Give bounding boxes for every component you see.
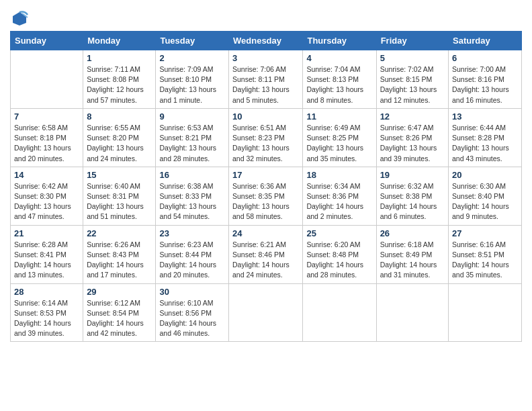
calendar-cell: 12Sunrise: 6:47 AM Sunset: 8:26 PM Dayli… <box>376 108 448 167</box>
calendar-cell: 4Sunrise: 7:04 AM Sunset: 8:13 PM Daylig… <box>303 50 376 109</box>
calendar-cell: 13Sunrise: 6:44 AM Sunset: 8:28 PM Dayli… <box>449 108 522 167</box>
day-number: 15 <box>87 170 152 180</box>
calendar-cell: 10Sunrise: 6:51 AM Sunset: 8:23 PM Dayli… <box>229 108 303 167</box>
day-number: 20 <box>452 170 518 180</box>
calendar-cell: 27Sunrise: 6:16 AM Sunset: 8:51 PM Dayli… <box>449 225 522 283</box>
day-number: 9 <box>159 111 225 122</box>
day-number: 2 <box>159 53 225 63</box>
day-number: 28 <box>14 287 79 297</box>
day-info: Sunrise: 6:10 AM Sunset: 8:56 PM Dayligh… <box>159 298 225 339</box>
calendar-cell <box>11 50 83 109</box>
day-info: Sunrise: 6:49 AM Sunset: 8:25 PM Dayligh… <box>306 123 372 164</box>
calendar-cell: 25Sunrise: 6:20 AM Sunset: 8:48 PM Dayli… <box>303 225 376 283</box>
calendar-cell <box>303 283 376 342</box>
day-number: 13 <box>452 111 518 122</box>
day-info: Sunrise: 7:06 AM Sunset: 8:11 PM Dayligh… <box>232 64 299 105</box>
day-info: Sunrise: 6:32 AM Sunset: 8:38 PM Dayligh… <box>380 181 445 222</box>
day-info: Sunrise: 6:44 AM Sunset: 8:28 PM Dayligh… <box>452 123 518 164</box>
calendar-cell: 28Sunrise: 6:14 AM Sunset: 8:53 PM Dayli… <box>11 283 83 342</box>
header-cell-wednesday: Wednesday <box>229 32 303 50</box>
calendar-cell: 2Sunrise: 7:09 AM Sunset: 8:10 PM Daylig… <box>156 50 229 109</box>
calendar-cell: 17Sunrise: 6:36 AM Sunset: 8:35 PM Dayli… <box>229 167 303 225</box>
day-number: 5 <box>380 53 445 63</box>
calendar-cell: 24Sunrise: 6:21 AM Sunset: 8:46 PM Dayli… <box>229 225 303 283</box>
day-info: Sunrise: 6:21 AM Sunset: 8:46 PM Dayligh… <box>232 240 299 281</box>
day-info: Sunrise: 6:55 AM Sunset: 8:20 PM Dayligh… <box>87 123 152 164</box>
header-cell-friday: Friday <box>376 32 448 50</box>
day-info: Sunrise: 7:02 AM Sunset: 8:15 PM Dayligh… <box>380 64 445 105</box>
calendar-cell <box>376 283 448 342</box>
header-cell-thursday: Thursday <box>303 32 376 50</box>
calendar-cell: 29Sunrise: 6:12 AM Sunset: 8:54 PM Dayli… <box>83 283 156 342</box>
week-row-4: 21Sunrise: 6:28 AM Sunset: 8:41 PM Dayli… <box>11 225 522 283</box>
calendar-cell: 23Sunrise: 6:23 AM Sunset: 8:44 PM Dayli… <box>156 225 229 283</box>
calendar-header: SundayMondayTuesdayWednesdayThursdayFrid… <box>11 32 522 50</box>
day-info: Sunrise: 6:38 AM Sunset: 8:33 PM Dayligh… <box>159 181 225 222</box>
calendar-cell: 1Sunrise: 7:11 AM Sunset: 8:08 PM Daylig… <box>83 50 156 109</box>
calendar-cell: 16Sunrise: 6:38 AM Sunset: 8:33 PM Dayli… <box>156 167 229 225</box>
calendar-cell: 20Sunrise: 6:30 AM Sunset: 8:40 PM Dayli… <box>449 167 522 225</box>
calendar-cell: 22Sunrise: 6:26 AM Sunset: 8:43 PM Dayli… <box>83 225 156 283</box>
day-number: 4 <box>306 53 372 63</box>
day-number: 19 <box>380 170 445 180</box>
day-number: 18 <box>306 170 372 180</box>
day-number: 27 <box>452 228 518 238</box>
calendar-cell: 26Sunrise: 6:18 AM Sunset: 8:49 PM Dayli… <box>376 225 448 283</box>
week-row-2: 7Sunrise: 6:58 AM Sunset: 8:18 PM Daylig… <box>11 108 522 167</box>
calendar-cell: 8Sunrise: 6:55 AM Sunset: 8:20 PM Daylig… <box>83 108 156 167</box>
calendar-cell: 5Sunrise: 7:02 AM Sunset: 8:15 PM Daylig… <box>376 50 448 109</box>
calendar-cell: 6Sunrise: 7:00 AM Sunset: 8:16 PM Daylig… <box>449 50 522 109</box>
day-info: Sunrise: 6:20 AM Sunset: 8:48 PM Dayligh… <box>306 240 372 281</box>
day-number: 7 <box>14 111 79 122</box>
day-info: Sunrise: 7:09 AM Sunset: 8:10 PM Dayligh… <box>159 64 225 105</box>
header-cell-sunday: Sunday <box>11 32 83 50</box>
day-number: 11 <box>306 111 372 122</box>
calendar-cell: 19Sunrise: 6:32 AM Sunset: 8:38 PM Dayli… <box>376 167 448 225</box>
calendar-cell: 18Sunrise: 6:34 AM Sunset: 8:36 PM Dayli… <box>303 167 376 225</box>
day-info: Sunrise: 7:00 AM Sunset: 8:16 PM Dayligh… <box>452 64 518 105</box>
week-row-1: 1Sunrise: 7:11 AM Sunset: 8:08 PM Daylig… <box>11 50 522 109</box>
day-number: 17 <box>232 170 299 180</box>
header-cell-tuesday: Tuesday <box>156 32 229 50</box>
calendar-table: SundayMondayTuesdayWednesdayThursdayFrid… <box>10 31 522 342</box>
day-number: 6 <box>452 53 518 63</box>
page-header <box>10 7 522 28</box>
day-number: 24 <box>232 228 299 238</box>
day-number: 25 <box>306 228 372 238</box>
calendar-cell: 14Sunrise: 6:42 AM Sunset: 8:30 PM Dayli… <box>11 167 83 225</box>
day-info: Sunrise: 6:34 AM Sunset: 8:36 PM Dayligh… <box>306 181 372 222</box>
day-info: Sunrise: 6:18 AM Sunset: 8:49 PM Dayligh… <box>380 240 445 281</box>
day-info: Sunrise: 6:40 AM Sunset: 8:31 PM Dayligh… <box>87 181 152 222</box>
day-number: 10 <box>232 111 299 122</box>
day-number: 26 <box>380 228 445 238</box>
calendar-cell: 11Sunrise: 6:49 AM Sunset: 8:25 PM Dayli… <box>303 108 376 167</box>
header-row: SundayMondayTuesdayWednesdayThursdayFrid… <box>11 32 522 50</box>
calendar-cell: 21Sunrise: 6:28 AM Sunset: 8:41 PM Dayli… <box>11 225 83 283</box>
calendar-cell: 3Sunrise: 7:06 AM Sunset: 8:11 PM Daylig… <box>229 50 303 109</box>
day-number: 3 <box>232 53 299 63</box>
week-row-5: 28Sunrise: 6:14 AM Sunset: 8:53 PM Dayli… <box>11 283 522 342</box>
day-number: 16 <box>159 170 225 180</box>
day-info: Sunrise: 6:26 AM Sunset: 8:43 PM Dayligh… <box>87 240 152 281</box>
day-info: Sunrise: 7:11 AM Sunset: 8:08 PM Dayligh… <box>87 64 152 105</box>
header-cell-monday: Monday <box>83 32 156 50</box>
day-info: Sunrise: 7:04 AM Sunset: 8:13 PM Dayligh… <box>306 64 372 105</box>
day-number: 14 <box>14 170 79 180</box>
day-number: 8 <box>87 111 152 122</box>
header-cell-saturday: Saturday <box>449 32 522 50</box>
day-number: 30 <box>159 287 225 297</box>
day-number: 22 <box>87 228 152 238</box>
day-number: 21 <box>14 228 79 238</box>
day-info: Sunrise: 6:16 AM Sunset: 8:51 PM Dayligh… <box>452 240 518 281</box>
calendar-cell: 9Sunrise: 6:53 AM Sunset: 8:21 PM Daylig… <box>156 108 229 167</box>
day-info: Sunrise: 6:47 AM Sunset: 8:26 PM Dayligh… <box>380 123 445 164</box>
calendar-cell <box>229 283 303 342</box>
day-info: Sunrise: 6:14 AM Sunset: 8:53 PM Dayligh… <box>14 298 79 339</box>
day-number: 12 <box>380 111 445 122</box>
calendar-cell <box>449 283 522 342</box>
day-info: Sunrise: 6:58 AM Sunset: 8:18 PM Dayligh… <box>14 123 79 164</box>
logo-icon <box>10 9 29 28</box>
calendar-cell: 7Sunrise: 6:58 AM Sunset: 8:18 PM Daylig… <box>11 108 83 167</box>
day-info: Sunrise: 6:23 AM Sunset: 8:44 PM Dayligh… <box>159 240 225 281</box>
day-number: 1 <box>87 53 152 63</box>
